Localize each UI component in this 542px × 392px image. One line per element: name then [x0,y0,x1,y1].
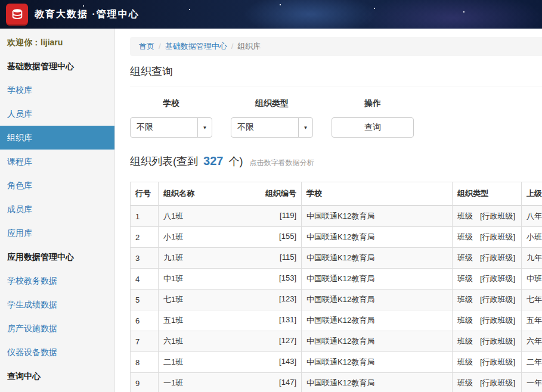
cell-row-number: 1 [131,206,159,227]
cell-parent: 一年 [522,373,542,392]
table-row: 7六1班[127]中国联通K12教育局班级[行政班级]六年 [131,331,542,352]
breadcrumb-link[interactable]: 基础数据管理中心 [165,42,227,51]
topbar: 教育大数据 ·管理中心 [0,0,542,29]
org-type: 班级 [457,295,473,304]
cell-org-type: 班级[行政班级] [453,269,522,290]
sidebar-item-组织库[interactable]: 组织库 [0,126,114,150]
org-type: 班级 [457,274,473,283]
result-count[interactable]: 327 [203,154,223,167]
header-school: 学校 [302,182,453,206]
school-filter-label: 学校 [130,98,212,109]
sidebar: 欢迎你：lijiaru 基础数据管理中心学校库人员库组织库课程库角色库成员库应用… [0,29,115,392]
org-name: 八1班 [163,211,183,220]
table-row: 3九1班[115]中国联通K12教育局班级[行政班级]九年 [131,248,542,269]
school-select[interactable]: 不限 ▼ [130,117,212,138]
header-row-number: 行号 [131,182,159,206]
org-name: 小1班 [163,232,183,241]
org-type: 班级 [457,337,473,346]
cell-name-code: 六1班[127] [159,331,302,352]
org-type-tag: [行政班级] [480,274,515,283]
cell-school: 中国联通K12教育局 [302,206,453,227]
org-name: 五1班 [163,316,183,325]
cell-school: 中国联通K12教育局 [302,227,453,248]
org-code: [143] [279,357,296,366]
cell-parent: 中班 [522,269,542,290]
school-filter-group: 学校 不限 ▼ [130,98,212,138]
org-name: 七1班 [163,295,183,304]
org-table: 行号 组织名称 组织编号 学校 组织类型 上级 1八1班[119]中国联通K12… [130,182,542,392]
breadcrumb-separator: / [231,42,234,51]
cell-parent: 五年 [522,310,542,331]
org-name: 一1班 [163,378,183,387]
cell-school: 中国联通K12教育局 [302,331,453,352]
cell-parent: 七年 [522,290,542,310]
list-title: 组织列表(查到 327 个) 点击数字看数据分析 [130,154,542,169]
cell-name-code: 九1班[115] [159,248,302,269]
table-row: 6五1班[131]中国联通K12教育局班级[行政班级]五年 [131,310,542,331]
cell-name-code: 中1班[153] [159,269,302,290]
sidebar-item-学校库[interactable]: 学校库 [0,78,114,102]
welcome-text: 欢迎你：lijiaru [0,29,114,54]
table-row: 8二1班[143]中国联通K12教育局班级[行政班级]二年 [131,352,542,373]
org-code: [123] [279,294,296,303]
chevron-down-icon: ▼ [197,118,212,137]
org-type-tag: [行政班级] [480,295,515,304]
org-code: [153] [279,273,296,282]
sidebar-item-成员库[interactable]: 成员库 [0,197,114,221]
action-label: 操作 [332,98,414,109]
action-group: 操作 查询 [332,98,414,138]
list-hint: 点击数字看数据分析 [249,158,314,167]
cell-name-code: 一1班[147] [159,373,302,392]
sidebar-item-学校教务数据[interactable]: 学校教务数据 [0,269,114,293]
org-type-tag: [行政班级] [480,253,515,262]
database-icon [11,8,24,21]
cell-org-type: 班级[行政班级] [453,227,522,248]
org-type-tag: [行政班级] [480,337,515,346]
sidebar-section-header: 查询中心 [0,364,114,388]
org-code: [127] [279,336,296,345]
cell-row-number: 3 [131,248,159,269]
sidebar-item-学生成绩数据[interactable]: 学生成绩数据 [0,293,114,316]
org-code: [147] [279,378,296,387]
sidebar-item-仪器设备数据[interactable]: 仪器设备数据 [0,340,114,364]
org-type-tag: [行政班级] [480,357,515,366]
org-type: 班级 [457,253,473,262]
cell-org-type: 班级[行政班级] [453,248,522,269]
cell-org-type: 班级[行政班级] [453,290,522,310]
table-row: 9一1班[147]中国联通K12教育局班级[行政班级]一年 [131,373,542,392]
cell-school: 中国联通K12教育局 [302,373,453,392]
org-name: 二1班 [163,357,183,366]
sidebar-item-角色库[interactable]: 角色库 [0,173,114,197]
list-title-prefix: 组织列表(查到 [130,155,198,167]
breadcrumb: 首页/基础数据管理中心/组织库 [130,37,542,56]
cell-row-number: 4 [131,269,159,290]
sidebar-item-应用库[interactable]: 应用库 [0,221,114,245]
sidebar-item-房产设施数据[interactable]: 房产设施数据 [0,316,114,340]
chevron-down-icon: ▼ [298,118,312,137]
org-type: 班级 [457,357,473,366]
breadcrumb-link[interactable]: 首页 [139,42,154,51]
sidebar-item-人员库[interactable]: 人员库 [0,102,114,126]
cell-school: 中国联通K12教育局 [302,290,453,310]
cell-parent: 小班 [522,227,542,248]
cell-org-type: 班级[行政班级] [453,206,522,227]
org-type: 班级 [457,232,473,241]
cell-name-code: 二1班[143] [159,352,302,373]
sidebar-item-课程库[interactable]: 课程库 [0,150,114,173]
org-type-tag: [行政班级] [480,378,515,387]
org-type: 班级 [457,211,473,220]
cell-parent: 六年 [522,331,542,352]
cell-name-code: 七1班[123] [159,290,302,310]
cell-parent: 八年 [522,206,542,227]
org-type-select[interactable]: 不限 ▼ [231,117,313,138]
header-org-type: 组织类型 [453,182,522,206]
org-type-select-value: 不限 [231,122,298,133]
school-select-value: 不限 [131,122,197,133]
query-button[interactable]: 查询 [332,117,414,138]
cell-parent: 二年 [522,352,542,373]
org-table-body: 1八1班[119]中国联通K12教育局班级[行政班级]八年2小1班[155]中国… [131,206,542,392]
org-code: [131] [279,315,296,324]
table-row: 1八1班[119]中国联通K12教育局班级[行政班级]八年 [131,206,542,227]
org-code: [115] [280,253,296,262]
cell-parent: 九年 [522,248,542,269]
